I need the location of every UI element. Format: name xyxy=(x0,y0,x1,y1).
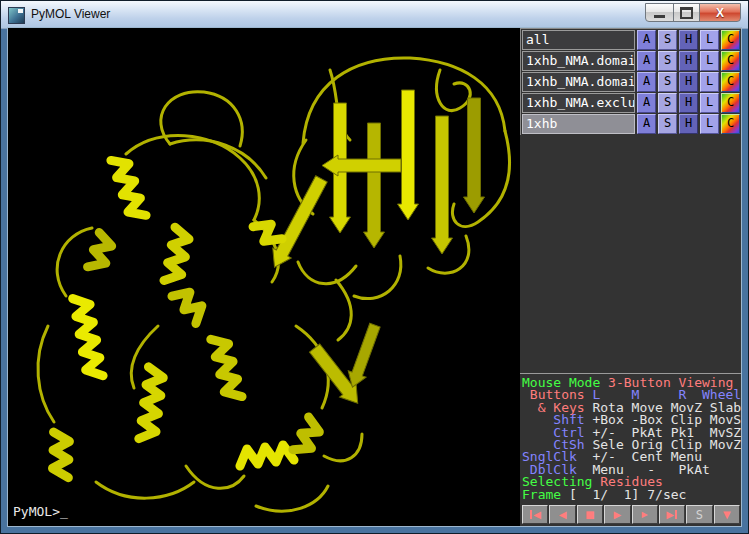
object-c-menu-button[interactable]: C xyxy=(721,114,740,134)
titlebar[interactable]: PyMOL Viewer X xyxy=(1,1,748,29)
object-c-menu-button[interactable]: C xyxy=(721,51,740,71)
object-l-menu-button[interactable]: L xyxy=(700,93,719,113)
close-icon: X xyxy=(716,7,724,19)
object-c-menu-button[interactable]: C xyxy=(721,72,740,92)
object-name-1xhb[interactable]: 1xhb xyxy=(522,114,635,134)
app-icon xyxy=(8,7,25,24)
play-button[interactable]: ▶ xyxy=(604,505,630,524)
maximize-icon xyxy=(680,7,693,19)
go-to-start-icon xyxy=(530,510,532,519)
object-h-menu-button[interactable]: H xyxy=(679,114,698,134)
go-to-start-button[interactable]: ◀ xyxy=(522,505,548,524)
object-name-all[interactable]: all xyxy=(522,30,635,50)
object-l-menu-button[interactable]: L xyxy=(700,51,719,71)
object-s-menu-button[interactable]: S xyxy=(658,93,677,113)
minimize-button[interactable] xyxy=(645,3,674,22)
object-c-menu-button[interactable]: C xyxy=(721,93,740,113)
menu-icon: ▼ xyxy=(723,509,731,520)
close-button[interactable]: X xyxy=(699,3,741,22)
caption-buttons: X xyxy=(645,3,741,22)
object-c-menu-button[interactable]: C xyxy=(721,30,740,50)
scene-button[interactable]: S xyxy=(686,505,712,524)
object-h-menu-button[interactable]: H xyxy=(679,51,698,71)
object-h-menu-button[interactable]: H xyxy=(679,72,698,92)
object-name-1xhb_NMA.domain.[interactable]: 1xhb_NMA.domain. xyxy=(522,72,635,92)
mouse-panel-text: Frame xyxy=(522,487,569,502)
object-l-menu-button[interactable]: L xyxy=(700,30,719,50)
object-row: 1xhb_NMA.excludeASHLC xyxy=(522,93,740,113)
panel-spacer xyxy=(520,135,741,373)
mouse-panel-text: [ 1/ 1] 7/sec xyxy=(569,487,686,502)
object-a-menu-button[interactable]: A xyxy=(637,114,656,134)
window-content: PyMOL>_ allASHLC1xhb_NMA.domain.ASHLC1xh… xyxy=(8,28,741,526)
mouse-mode-panel[interactable]: Mouse Mode 3-Button Viewing Buttons L M … xyxy=(520,373,741,503)
step-back-button[interactable]: ◀ xyxy=(549,505,575,524)
minimize-icon xyxy=(654,15,665,18)
step-forward-icon: ▶ xyxy=(642,510,648,519)
scene-icon: S xyxy=(696,508,703,522)
window-title: PyMOL Viewer xyxy=(31,7,110,21)
object-row: 1xhb_NMA.domain.ASHLC xyxy=(522,72,740,92)
pymol-window: PyMOL Viewer X xyxy=(0,0,749,534)
command-prompt[interactable]: PyMOL>_ xyxy=(13,504,68,519)
mouse-panel-line[interactable]: Frame [ 1/ 1] 7/sec xyxy=(522,489,741,501)
menu-button[interactable]: ▼ xyxy=(714,505,740,524)
object-l-menu-button[interactable]: L xyxy=(700,72,719,92)
object-name-1xhb_NMA.exclude[interactable]: 1xhb_NMA.exclude xyxy=(522,93,635,113)
go-to-end-button[interactable]: ▶ xyxy=(659,505,685,524)
play-icon: ▶ xyxy=(613,509,621,520)
object-s-menu-button[interactable]: S xyxy=(658,30,677,50)
stop-button[interactable]: ■ xyxy=(577,505,603,524)
object-s-menu-button[interactable]: S xyxy=(658,72,677,92)
object-h-menu-button[interactable]: H xyxy=(679,93,698,113)
object-panel: allASHLC1xhb_NMA.domain.ASHLC1xhb_NMA.do… xyxy=(520,28,741,526)
object-a-menu-button[interactable]: A xyxy=(637,72,656,92)
object-a-menu-button[interactable]: A xyxy=(637,51,656,71)
step-back-icon: ◀ xyxy=(559,509,567,520)
object-row: 1xhbASHLC xyxy=(522,114,740,134)
object-s-menu-button[interactable]: S xyxy=(658,114,677,134)
go-to-end-icon: ▶ xyxy=(666,509,674,520)
object-a-menu-button[interactable]: A xyxy=(637,93,656,113)
object-row: allASHLC xyxy=(522,30,740,50)
playback-controls: ◀◀■▶▶▶S▼ xyxy=(520,503,741,526)
object-list: allASHLC1xhb_NMA.domain.ASHLC1xhb_NMA.do… xyxy=(520,28,741,135)
object-h-menu-button[interactable]: H xyxy=(679,30,698,50)
object-l-menu-button[interactable]: L xyxy=(700,114,719,134)
step-forward-button[interactable]: ▶ xyxy=(632,505,658,524)
object-row: 1xhb_NMA.domain.ASHLC xyxy=(522,51,740,71)
object-s-menu-button[interactable]: S xyxy=(658,51,677,71)
stop-icon: ■ xyxy=(585,509,594,520)
molecule-rendering xyxy=(8,28,520,526)
object-name-1xhb_NMA.domain.[interactable]: 1xhb_NMA.domain. xyxy=(522,51,635,71)
viewport-3d[interactable]: PyMOL>_ xyxy=(8,28,520,526)
maximize-button[interactable] xyxy=(673,3,700,22)
object-a-menu-button[interactable]: A xyxy=(637,30,656,50)
